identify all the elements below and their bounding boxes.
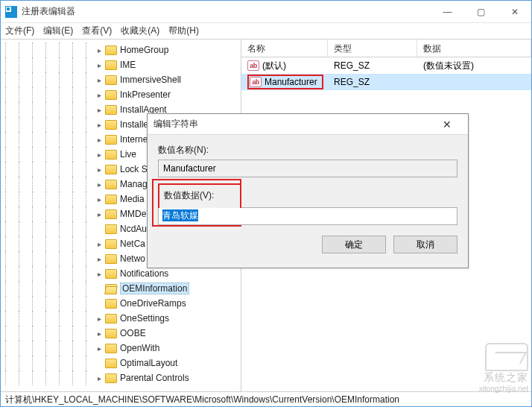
menu-view[interactable]: 查看(V) xyxy=(82,25,112,37)
dialog-title: 编辑字符串 xyxy=(153,118,432,130)
menu-bar: 文件(F) 编辑(E) 查看(V) 收藏夹(A) 帮助(H) xyxy=(1,23,531,40)
menu-file[interactable]: 文件(F) xyxy=(5,25,34,37)
expander-icon[interactable]: ▸ xyxy=(95,314,104,323)
tree-item[interactable]: ▸InkPresenter xyxy=(1,87,241,102)
col-name[interactable]: 名称 xyxy=(241,40,328,57)
tree-item-label: OOBE xyxy=(120,328,146,338)
value-type: REG_SZ xyxy=(328,57,417,74)
tree-item[interactable]: ▸OpenWith xyxy=(1,341,241,356)
expander-icon[interactable] xyxy=(95,284,104,293)
tree-item[interactable]: ▸OOBE xyxy=(1,326,241,341)
list-body: ab(默认)REG_SZ(数值未设置)abManufacturerREG_SZ xyxy=(241,57,531,90)
tree-item[interactable]: ▸HomeGroup xyxy=(1,42,241,57)
tree-item[interactable]: ▸Notifications xyxy=(1,266,241,281)
folder-icon xyxy=(105,90,117,100)
list-header: 名称 类型 数据 xyxy=(241,40,531,57)
tree-item-label: ImmersiveShell xyxy=(120,75,181,85)
tree-item-label: Netwo xyxy=(120,253,145,264)
expander-icon[interactable]: ▸ xyxy=(95,90,104,99)
tree-item-label: OEMInformation xyxy=(122,283,187,294)
dialog-title-bar: 编辑字符串 ✕ xyxy=(148,114,468,135)
expander-icon[interactable]: ▸ xyxy=(95,60,104,69)
col-type[interactable]: 类型 xyxy=(328,40,417,57)
expander-icon[interactable]: ▸ xyxy=(95,269,104,278)
tree-item-label: Installe xyxy=(120,119,148,130)
tree-item-label: Media xyxy=(120,194,145,204)
title-bar: 注册表编辑器 — ▢ ✕ xyxy=(1,1,531,23)
list-row[interactable]: abManufacturerREG_SZ xyxy=(241,74,531,90)
value-data: (数值未设置) xyxy=(417,57,531,74)
expander-icon[interactable]: ▸ xyxy=(95,45,104,54)
expander-icon[interactable]: ▸ xyxy=(95,105,104,114)
value-data-input[interactable] xyxy=(158,207,457,225)
tree-item[interactable]: ▸OneSettings xyxy=(1,311,241,326)
list-row[interactable]: ab(默认)REG_SZ(数值未设置) xyxy=(241,57,531,74)
tree-item[interactable]: ▸ImmersiveShell xyxy=(1,72,241,87)
folder-icon xyxy=(105,209,117,219)
close-button[interactable]: ✕ xyxy=(498,1,531,23)
folder-icon xyxy=(105,239,117,249)
value-name-input[interactable] xyxy=(158,160,457,177)
folder-icon xyxy=(105,135,117,145)
value-name: (默认) xyxy=(262,60,286,72)
expander-icon[interactable]: ▸ xyxy=(95,120,104,129)
expander-icon[interactable]: ▸ xyxy=(95,165,104,174)
folder-icon xyxy=(105,344,117,353)
folder-icon xyxy=(105,329,117,338)
folder-icon xyxy=(105,45,117,55)
col-data[interactable]: 数据 xyxy=(417,40,531,57)
menu-help[interactable]: 帮助(H) xyxy=(168,25,199,37)
menu-edit[interactable]: 编辑(E) xyxy=(43,25,73,37)
folder-icon xyxy=(105,359,117,368)
edit-string-dialog: 编辑字符串 ✕ 数值名称(N): 数值数据(V): 青岛软媒 确定 取消 xyxy=(147,113,469,268)
tree-item-label: OneDriveRamps xyxy=(120,298,186,309)
folder-icon xyxy=(105,120,117,130)
tree-item-label: Lock S xyxy=(120,164,148,174)
dialog-close-button[interactable]: ✕ xyxy=(432,119,462,130)
expander-icon[interactable]: ▸ xyxy=(95,373,104,382)
folder-icon xyxy=(105,373,117,383)
expander-icon[interactable]: ▸ xyxy=(95,135,104,144)
value-data-label: 数值数据(V): xyxy=(164,189,235,202)
tree-item[interactable]: ▸Parental Controls xyxy=(1,370,241,385)
expander-icon[interactable]: ▸ xyxy=(95,254,104,263)
folder-icon xyxy=(105,269,117,279)
tree-item-label: InkPresenter xyxy=(120,89,171,100)
string-value-icon: ab xyxy=(250,77,262,87)
tree-item-label: Manag xyxy=(120,179,148,189)
ok-button[interactable]: 确定 xyxy=(322,236,386,253)
tree-item-label: NcdAu xyxy=(120,224,147,234)
tree-item[interactable]: OptimalLayout xyxy=(1,356,241,370)
menu-favorites[interactable]: 收藏夹(A) xyxy=(121,25,159,37)
expander-icon[interactable]: ▸ xyxy=(95,329,104,338)
value-data-selected-text: 青岛软媒 xyxy=(162,209,198,221)
tree-item-label: OneSettings xyxy=(120,313,169,324)
folder-icon xyxy=(105,150,117,160)
expander-icon[interactable]: ▸ xyxy=(95,239,104,248)
expander-icon[interactable] xyxy=(95,299,104,308)
cancel-button[interactable]: 取消 xyxy=(393,236,457,253)
folder-icon xyxy=(105,180,117,189)
folder-icon xyxy=(105,299,117,309)
tree-item-label: Interne xyxy=(120,134,148,145)
folder-icon xyxy=(105,254,117,264)
minimize-button[interactable]: — xyxy=(431,1,464,23)
tree-item[interactable]: ▸IME xyxy=(1,57,241,72)
expander-icon[interactable]: ▸ xyxy=(95,180,104,189)
tree-item-label: Parental Controls xyxy=(120,373,189,383)
expander-icon[interactable]: ▸ xyxy=(95,209,104,218)
tree-item-label: NetCa xyxy=(120,239,145,249)
expander-icon[interactable]: ▸ xyxy=(95,195,104,204)
expander-icon[interactable]: ▸ xyxy=(95,150,104,159)
window-title: 注册表编辑器 xyxy=(22,5,431,18)
expander-icon[interactable] xyxy=(95,359,104,367)
expander-icon[interactable]: ▸ xyxy=(95,75,104,84)
value-name: Manufacturer xyxy=(265,77,317,87)
maximize-button[interactable]: ▢ xyxy=(464,1,498,23)
expander-icon[interactable] xyxy=(95,224,104,233)
string-value-icon: ab xyxy=(247,60,259,71)
value-name-label: 数值名称(N): xyxy=(158,144,457,157)
expander-icon[interactable]: ▸ xyxy=(95,344,104,353)
tree-item[interactable]: OEMInformation xyxy=(1,281,241,296)
tree-item[interactable]: OneDriveRamps xyxy=(1,296,241,311)
